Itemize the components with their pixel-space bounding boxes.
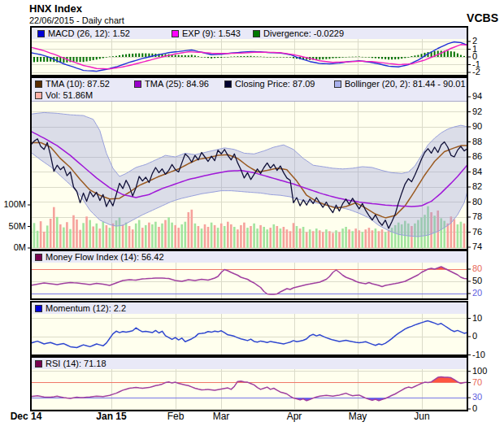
stock-chart-app: HNX Index 22/06/2015 - Daily chart VCBS … (0, 0, 504, 435)
legend-item-label: TMA (25): 84.96 (145, 79, 209, 89)
legend-swatch-icon (134, 80, 141, 88)
legend-swatch-icon (35, 360, 42, 368)
legend-row-macd: MACD (26, 12): 1.52EXP (9): 1.543Diverge… (32, 28, 467, 39)
legend-swatch-icon (334, 80, 341, 88)
legend-item: TMA (10): 87.52 (35, 79, 110, 89)
legend-swatch-icon (35, 305, 42, 312)
legend-item-label: MACD (26, 12): 1.52 (48, 28, 130, 38)
legend-item: MACD (26, 12): 1.52 (37, 28, 130, 38)
legend-item-label: Divergence: -0.0229 (263, 28, 344, 38)
legend-row-price-1: TMA (10): 87.52TMA (25): 84.96Closing Pr… (32, 78, 467, 89)
legend-swatch-icon (253, 30, 260, 37)
legend-item: Bollinger (20, 2): 81.44 - 90.01 (334, 79, 466, 89)
chart-canvas (0, 0, 504, 435)
legend-row-momentum: Momentum (12): 2.2 (32, 302, 467, 314)
legend-swatch-icon (35, 92, 42, 99)
legend-row-rsi: RSI (14): 71.18 (32, 358, 467, 369)
legend-item-label: Bollinger (20, 2): 81.44 - 90.01 (345, 79, 466, 89)
brand-logo: VCBS (467, 11, 498, 24)
chart-subtitle: 22/06/2015 - Daily chart (29, 15, 124, 25)
legend-item: Closing Price: 87.09 (224, 79, 315, 89)
legend-item: Momentum (12): 2.2 (35, 303, 126, 313)
legend-item: EXP (9): 1.543 (172, 28, 241, 38)
legend-item: Divergence: -0.0229 (253, 28, 344, 38)
legend-swatch-icon (172, 30, 179, 37)
page-title: HNX Index (29, 2, 82, 15)
legend-item: Money Flow Index (14): 56.42 (35, 252, 164, 262)
legend-item-label: EXP (9): 1.543 (182, 28, 241, 38)
legend-item-label: RSI (14): 71.18 (46, 359, 106, 368)
legend-row-mfi: Money Flow Index (14): 56.42 (32, 251, 467, 263)
legend-item: Vol: 51.86M (35, 90, 93, 100)
legend-row-price-2: Vol: 51.86M (32, 89, 467, 102)
legend-item-label: Closing Price: 87.09 (235, 79, 315, 89)
legend-item-label: Money Flow Index (14): 56.42 (46, 252, 164, 262)
legend-item-label: Vol: 51.86M (46, 90, 93, 100)
legend-swatch-icon (35, 80, 42, 88)
legend-swatch-icon (224, 80, 232, 88)
legend-swatch-icon (37, 30, 45, 37)
legend-item: TMA (25): 84.96 (134, 79, 209, 89)
legend-item-label: Momentum (12): 2.2 (46, 303, 126, 313)
legend-item: RSI (14): 71.18 (35, 359, 106, 368)
legend-item-label: TMA (10): 87.52 (46, 79, 110, 89)
legend-swatch-icon (35, 254, 42, 261)
